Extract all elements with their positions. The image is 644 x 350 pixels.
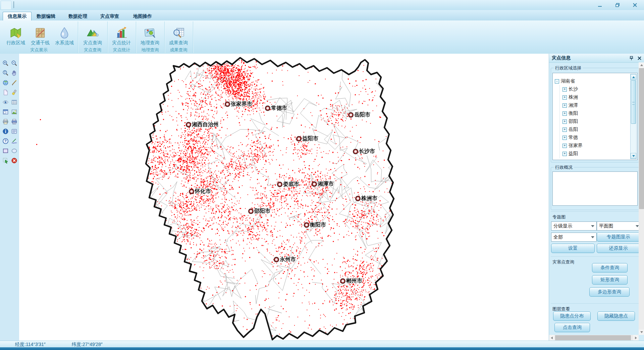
tree-node-label[interactable]: 常德 bbox=[569, 135, 578, 141]
polygon-query-button[interactable]: 多边形查询 bbox=[589, 287, 630, 297]
ribbon-button-water[interactable]: 水系流域 bbox=[52, 21, 76, 46]
ribbon-button-traffic[interactable]: 交通干线 bbox=[28, 21, 52, 46]
tree-node[interactable]: +衡阳 bbox=[558, 109, 629, 117]
expand-box-icon[interactable]: + bbox=[562, 111, 567, 116]
restore-display-button[interactable]: 还原显示 bbox=[597, 244, 640, 253]
table-icon[interactable] bbox=[10, 98, 18, 106]
restore-button[interactable] bbox=[613, 2, 622, 8]
zoom-out-icon[interactable] bbox=[10, 59, 18, 67]
click-query-button[interactable]: 点击查询 bbox=[554, 323, 590, 332]
scrollbar-thumb[interactable] bbox=[631, 80, 636, 124]
scroll-down-arrow[interactable] bbox=[631, 153, 636, 159]
tree-scrollbar[interactable] bbox=[630, 74, 637, 159]
ribbon-button-point-stats[interactable]: 灾点统计 bbox=[109, 21, 133, 46]
scroll-down-arrow[interactable] bbox=[639, 330, 644, 335]
expand-box-icon[interactable]: + bbox=[562, 87, 567, 92]
expand-box-icon[interactable]: + bbox=[562, 144, 567, 148]
tree-node[interactable]: +益阳 bbox=[558, 150, 629, 158]
tab-data-process[interactable]: 数据处理 bbox=[64, 12, 92, 20]
globe-icon[interactable] bbox=[1, 79, 9, 87]
measure-pen-icon[interactable] bbox=[10, 79, 18, 87]
zoom-in-icon[interactable] bbox=[1, 59, 9, 67]
panel-horizontal-scrollbar[interactable] bbox=[549, 335, 639, 341]
overview-textbox[interactable] bbox=[552, 171, 638, 206]
expand-box-icon[interactable]: + bbox=[562, 95, 567, 100]
panel-close-icon[interactable] bbox=[636, 55, 642, 61]
expand-box-icon[interactable]: + bbox=[562, 103, 567, 108]
disaster-info-panel: 灾点信息 行政区域选择 - 湖南省 +长沙 +株洲 +湘潭 +衡阳 bbox=[549, 54, 644, 341]
ellipse-select-icon[interactable] bbox=[10, 147, 18, 155]
tree-node-label[interactable]: 岳阳 bbox=[569, 127, 578, 133]
scrollbar-thumb[interactable] bbox=[555, 335, 631, 340]
collapse-box-icon[interactable]: - bbox=[555, 79, 559, 84]
select-arrow-icon[interactable] bbox=[1, 156, 9, 164]
ribbon-button-result-query[interactable]: 成果查询 bbox=[166, 21, 191, 46]
scroll-up-arrow[interactable] bbox=[639, 62, 644, 68]
brush-icon[interactable] bbox=[10, 88, 18, 96]
tab-point-review[interactable]: 灾点审查 bbox=[96, 12, 124, 20]
printer-icon[interactable] bbox=[1, 117, 9, 126]
pan-hand-icon[interactable] bbox=[10, 69, 18, 77]
ribbon-button-geo-query[interactable]: 地理查询 bbox=[138, 21, 162, 46]
tree-node[interactable]: +张家界 bbox=[558, 142, 629, 150]
grade-display-combo[interactable]: 分级显示 bbox=[551, 221, 597, 231]
help-icon[interactable]: ? bbox=[1, 137, 9, 145]
quick-access-box[interactable] bbox=[1, 1, 11, 10]
delete-icon[interactable] bbox=[10, 156, 18, 164]
tree-node-label[interactable]: 株洲 bbox=[569, 94, 578, 100]
tree-node-label[interactable]: 湖南省 bbox=[561, 78, 575, 84]
tree-node[interactable]: +郴州 bbox=[558, 158, 629, 158]
ribbon-button-region[interactable]: 行政区域 bbox=[4, 21, 28, 46]
settings-button[interactable]: 设置 bbox=[551, 244, 595, 253]
minimize-button[interactable] bbox=[596, 2, 604, 8]
ribbon-button-point-query[interactable]: 灾点查询 bbox=[80, 21, 105, 46]
tab-map-operate[interactable]: 地图操作 bbox=[128, 12, 157, 20]
tree-node-label[interactable]: 长沙 bbox=[569, 86, 578, 92]
tree-node[interactable]: +邵阳 bbox=[558, 117, 629, 126]
rectangle-select-icon[interactable] bbox=[1, 147, 9, 155]
sketch-line-icon[interactable] bbox=[10, 137, 18, 145]
document-icon[interactable] bbox=[10, 127, 18, 135]
thematic-show-button[interactable]: 专题图显示 bbox=[597, 232, 640, 242]
close-button[interactable] bbox=[631, 2, 639, 8]
tree-node-label[interactable]: 张家界 bbox=[569, 143, 583, 149]
rect-query-button[interactable]: 矩形查询 bbox=[592, 275, 628, 285]
tab-data-edit[interactable]: 数据编辑 bbox=[32, 12, 60, 20]
image-icon[interactable] bbox=[10, 108, 18, 116]
plane-map-combo[interactable]: 平面图 bbox=[597, 221, 641, 231]
tree-node-label[interactable]: 邵阳 bbox=[569, 118, 578, 124]
scroll-left-arrow[interactable] bbox=[549, 335, 554, 341]
expand-box-icon[interactable]: + bbox=[562, 128, 567, 132]
expand-box-icon[interactable]: + bbox=[562, 136, 567, 140]
scrollbar-thumb[interactable] bbox=[639, 68, 644, 209]
tree-node[interactable]: +湘潭 bbox=[558, 101, 629, 109]
tree-node-root[interactable]: - 湖南省 bbox=[555, 77, 629, 85]
hide-hazard-button[interactable]: 隐藏隐患点 bbox=[597, 311, 635, 321]
zoom-range-icon[interactable] bbox=[1, 69, 9, 77]
panel-vertical-scrollbar[interactable] bbox=[639, 62, 644, 335]
layout-window-icon[interactable] bbox=[1, 108, 9, 116]
hazard-distribution-button[interactable]: 隐患点分布 bbox=[553, 311, 591, 321]
tree-node-label[interactable]: 湘潭 bbox=[569, 102, 578, 108]
tree-node[interactable]: +株洲 bbox=[558, 93, 629, 101]
pin-icon[interactable] bbox=[628, 55, 634, 61]
tree-node[interactable]: +长沙 bbox=[558, 85, 629, 93]
condition-query-button[interactable]: 条件查询 bbox=[592, 263, 628, 272]
map-canvas-area[interactable]: 张家界市常德市岳阳市湘西自治州益阳市长沙市娄底市湘潭市怀化市株洲市邵阳市衡阳市永… bbox=[19, 54, 549, 341]
map-canvas[interactable] bbox=[19, 54, 549, 341]
tree-node[interactable]: +常德 bbox=[558, 134, 629, 142]
tab-info-display[interactable]: 信息展示 bbox=[3, 12, 32, 20]
expand-box-icon[interactable]: + bbox=[562, 152, 567, 156]
info-icon[interactable] bbox=[1, 127, 9, 135]
tree-node-label[interactable]: 衡阳 bbox=[569, 110, 578, 116]
blank-page-icon[interactable] bbox=[1, 88, 9, 96]
eye-icon[interactable] bbox=[1, 98, 9, 106]
tree-node-label[interactable]: 益阳 bbox=[569, 151, 578, 157]
all-combo[interactable]: 全部 bbox=[551, 233, 597, 242]
scroll-up-arrow[interactable] bbox=[631, 74, 636, 80]
print-preview-icon[interactable] bbox=[10, 117, 18, 126]
region-tree[interactable]: - 湖南省 +长沙 +株洲 +湘潭 +衡阳 +邵阳 +岳阳 +常德 +张家界 +… bbox=[552, 73, 638, 160]
tree-node[interactable]: +岳阳 bbox=[558, 126, 629, 134]
scroll-right-arrow[interactable] bbox=[633, 335, 639, 341]
expand-box-icon[interactable]: + bbox=[562, 119, 567, 124]
